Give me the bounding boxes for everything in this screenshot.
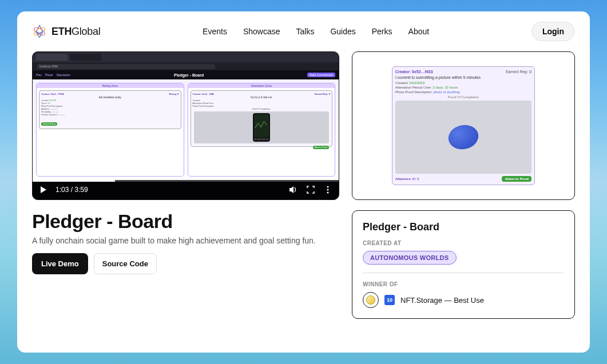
ethglobal-logo-icon: [32, 24, 47, 39]
logo[interactable]: ETHGlobal: [32, 24, 100, 39]
source-code-button[interactable]: Source Code: [94, 253, 157, 274]
main-nav: Events Showcase Talks Guides Perks About: [203, 27, 429, 36]
proof-image: [395, 101, 531, 174]
nav-events[interactable]: Events: [203, 27, 227, 36]
play-icon[interactable]: [38, 185, 49, 195]
svg-marker-2: [41, 186, 46, 193]
svg-point-6: [327, 192, 329, 194]
svg-marker-3: [289, 186, 293, 193]
app-body: Rating Zone Creator: 0xc2…F1EARating: 0 …: [33, 79, 339, 180]
menu-icon[interactable]: [323, 185, 333, 195]
svg-point-4: [327, 186, 329, 188]
winner-of-label: WINNER OF: [363, 281, 564, 287]
browser-urlbar: localhost:3000: [33, 62, 339, 70]
winner-text: NFT.Storage — Best Use: [400, 296, 484, 305]
brand-text: ETHGlobal: [51, 26, 100, 38]
login-button[interactable]: Login: [531, 22, 575, 41]
nav-about[interactable]: About: [408, 27, 430, 36]
live-demo-button[interactable]: Live Demo: [32, 253, 88, 274]
video-controls: 1:03 / 3:59: [33, 180, 339, 199]
nav-guides[interactable]: Guides: [330, 27, 355, 36]
pledge-card: Creator: 0x52…f633 Earned Rep: 0 I commi…: [392, 66, 535, 185]
project-header: Pledger - Board A fully onchain social g…: [32, 210, 339, 274]
winner-row: 10 NFT.Storage — Best Use: [363, 292, 564, 308]
project-title: Pledger - Board: [32, 210, 339, 233]
prize-badge: 10: [384, 295, 395, 305]
event-pill[interactable]: AUTONOMOUS WORLDS: [363, 251, 457, 265]
nav-perks[interactable]: Perks: [372, 27, 392, 36]
created-at-label: CREATED AT: [363, 240, 564, 246]
attestation-card: Creator: 0xc2…f046Earned Rep: 0 Go for a…: [191, 90, 333, 147]
svg-point-5: [327, 189, 329, 191]
project-tagline: A fully onchain social game built to mak…: [32, 236, 339, 245]
browser-tabs: [33, 52, 339, 62]
site-header: ETHGlobal Events Showcase Talks Guides P…: [32, 22, 575, 41]
video-progress[interactable]: [33, 180, 339, 182]
medal-icon: [363, 292, 379, 308]
screenshot-thumbnail[interactable]: Creator: 0x52…f633 Earned Rep: 0 I commi…: [352, 51, 575, 200]
disc-icon: [446, 122, 481, 152]
nav-talks[interactable]: Talks: [296, 27, 314, 36]
project-info-card: Pledger - Board CREATED AT AUTONOMOUS WO…: [352, 210, 575, 319]
volume-icon[interactable]: [288, 185, 299, 195]
fullscreen-icon[interactable]: [306, 185, 316, 195]
app-header: PlayPlayerReputation Pledger - Board Bui…: [33, 70, 339, 79]
video-player[interactable]: localhost:3000 PlayPlayerReputation Pled…: [32, 51, 339, 200]
info-title: Pledger - Board: [363, 221, 564, 233]
attest-button: Attest to Proof: [502, 176, 531, 182]
video-time: 1:03 / 3:59: [55, 186, 88, 194]
nav-showcase[interactable]: Showcase: [243, 27, 280, 36]
rating-card: Creator: 0xc2…F1EARating: 0 Eat breakfas…: [39, 90, 181, 129]
